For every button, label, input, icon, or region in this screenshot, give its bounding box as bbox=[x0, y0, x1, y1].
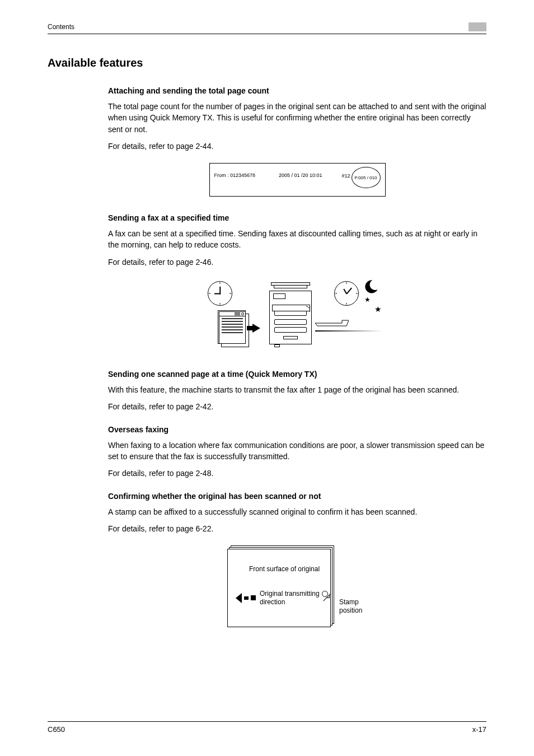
header-marker bbox=[469, 22, 486, 31]
body-text: With this feature, the machine starts to… bbox=[108, 384, 486, 395]
body-text: The total page count for the number of p… bbox=[108, 101, 486, 135]
body-text: For details, refer to page 2-42. bbox=[108, 401, 486, 412]
document-stack-icon bbox=[219, 311, 246, 344]
fig-hash: #12 bbox=[341, 173, 350, 179]
moon-icon bbox=[363, 279, 379, 295]
copier-icon bbox=[268, 282, 313, 353]
fig-label-line: Stamp bbox=[339, 598, 359, 606]
footer-right: x-17 bbox=[472, 725, 486, 734]
subsection-quick-memory: Sending one scanned page at a time (Quic… bbox=[108, 370, 486, 413]
body-text: For details, refer to page 6-22. bbox=[108, 523, 486, 534]
fig-label: Front surface of original bbox=[249, 565, 320, 573]
clock-icon bbox=[208, 281, 232, 306]
arrow-right-icon bbox=[252, 324, 260, 333]
page-eject-icon bbox=[315, 319, 349, 327]
fig-label: Stamp position bbox=[339, 598, 362, 614]
clock-icon bbox=[334, 281, 359, 306]
arrow-and-label: Original transmitting direction bbox=[236, 590, 320, 606]
subsection-overseas: Overseas faxing When faxing to a locatio… bbox=[108, 425, 486, 479]
sub-heading: Attaching and sending the total page cou… bbox=[108, 86, 486, 95]
fig-from: From : 012345678 bbox=[214, 172, 256, 178]
sub-heading: Confirming whether the original has been… bbox=[108, 492, 486, 501]
fig-label: Original transmitting direction bbox=[260, 590, 320, 606]
fig-label-line: direction bbox=[260, 598, 285, 606]
star-icon: ★ bbox=[364, 296, 371, 304]
section-title: Available features bbox=[48, 57, 486, 69]
arrow-left-icon bbox=[236, 593, 242, 603]
figure-fax-header: From : 012345678 2005 / 01 /20 10:01 #12… bbox=[209, 163, 386, 197]
fig-label-line: position bbox=[339, 606, 362, 614]
body-text: For details, refer to page 2-44. bbox=[108, 141, 486, 152]
page-header: Contents bbox=[48, 22, 486, 34]
shadow-line bbox=[315, 330, 383, 332]
footer-left: C650 bbox=[48, 725, 65, 734]
body-text: A stamp can be affixed to a successfully… bbox=[108, 506, 486, 517]
subsection-attach-count: Attaching and sending the total page cou… bbox=[108, 86, 486, 197]
subsection-confirm-scanned: Confirming whether the original has been… bbox=[108, 492, 486, 636]
header-left: Contents bbox=[48, 23, 74, 31]
star-icon: ★ bbox=[374, 305, 382, 314]
fig-label-line: Original transmitting bbox=[260, 590, 320, 598]
sub-heading: Overseas faxing bbox=[108, 425, 486, 434]
sub-heading: Sending a fax at a specified time bbox=[108, 213, 486, 222]
sub-heading: Sending one scanned page at a time (Quic… bbox=[108, 370, 486, 379]
body-text: When faxing to a location where fax comm… bbox=[108, 440, 486, 463]
body-text: A fax can be sent at a specified time. S… bbox=[108, 228, 486, 251]
square-icon bbox=[251, 595, 256, 600]
sheet-icon: Front surface of original Original trans… bbox=[227, 549, 331, 627]
body-text: For details, refer to page 2-48. bbox=[108, 468, 486, 479]
figure-stamp-position: Front surface of original Original trans… bbox=[227, 545, 367, 635]
arrow-stem bbox=[244, 596, 249, 600]
subsection-specified-time: Sending a fax at a specified time A fax … bbox=[108, 213, 486, 356]
page: Contents Available features Attaching an… bbox=[0, 0, 534, 756]
body-text: For details, refer to page 2-46. bbox=[108, 256, 486, 268]
fig-page-count-circle: P.005 / 010 bbox=[352, 167, 381, 188]
fig-date: 2005 / 01 /20 10:01 bbox=[279, 172, 322, 178]
page-footer: C650 x-17 bbox=[48, 721, 486, 734]
figure-timer-send: ★ ★ bbox=[208, 278, 387, 356]
